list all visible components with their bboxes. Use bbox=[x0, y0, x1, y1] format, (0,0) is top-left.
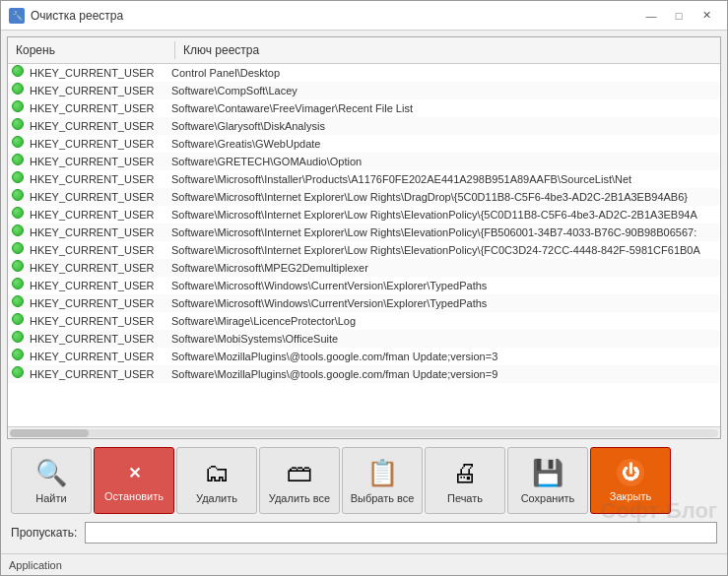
row-root-value: HKEY_CURRENT_USER bbox=[30, 120, 167, 132]
table-row[interactable]: HKEY_CURRENT_USERControl Panel\Desktop bbox=[8, 64, 720, 82]
row-status-icon bbox=[12, 100, 28, 116]
row-key-value: Software\MozillaPlugins\@tools.google.co… bbox=[167, 368, 720, 380]
row-key-value: Software\MozillaPlugins\@tools.google.co… bbox=[167, 351, 720, 362]
table-row[interactable]: HKEY_CURRENT_USERSoftware\Microsoft\Inst… bbox=[8, 170, 720, 188]
table-row[interactable]: HKEY_CURRENT_USERSoftware\CompSoft\Lacey bbox=[8, 82, 720, 99]
row-status-icon bbox=[12, 207, 28, 223]
table-scroll-area[interactable]: HKEY_CURRENT_USERControl Panel\DesktopHK… bbox=[8, 64, 720, 426]
table-row[interactable]: HKEY_CURRENT_USERSoftware\Microsoft\Inte… bbox=[8, 188, 720, 206]
delete-icon: 🗂 bbox=[204, 458, 230, 488]
title-bar: 🔧 Очистка реестра — □ ✕ bbox=[1, 1, 727, 31]
row-root-value: HKEY_CURRENT_USER bbox=[30, 333, 167, 345]
content-area: Корень Ключ реестра HKEY_CURRENT_USERCon… bbox=[1, 31, 727, 553]
row-root-value: HKEY_CURRENT_USER bbox=[30, 315, 167, 327]
find-label: Найти bbox=[35, 492, 66, 504]
row-key-value: Software\Microsoft\Internet Explorer\Low… bbox=[167, 226, 720, 238]
search-icon: 🔍 bbox=[35, 458, 67, 488]
row-root-value: HKEY_CURRENT_USER bbox=[30, 67, 167, 79]
close-label: Закрыть bbox=[610, 490, 651, 502]
col-header-root: Корень bbox=[8, 41, 175, 59]
delete-label: Удалить bbox=[196, 492, 237, 504]
row-root-value: HKEY_CURRENT_USER bbox=[30, 138, 167, 150]
row-key-value: Software\Microsoft\MPEG2Demultiplexer bbox=[167, 262, 720, 274]
delete_all-button[interactable]: 🗃Удалить все bbox=[259, 447, 340, 514]
row-key-value: Software\Greatis\GWebUpdate bbox=[167, 138, 720, 150]
row-status-icon bbox=[12, 242, 28, 258]
delete_all-label: Удалить все bbox=[269, 492, 330, 504]
minimize-button[interactable]: — bbox=[638, 6, 664, 26]
row-status-icon bbox=[12, 154, 28, 169]
stop-icon: ✕ bbox=[120, 459, 148, 486]
app-icon: 🔧 bbox=[9, 8, 25, 24]
table-row[interactable]: HKEY_CURRENT_USERSoftware\Microsoft\Wind… bbox=[8, 277, 720, 294]
row-root-value: HKEY_CURRENT_USER bbox=[30, 191, 167, 203]
table-row[interactable]: HKEY_CURRENT_USERSoftware\MozillaPlugins… bbox=[8, 348, 720, 365]
table-row[interactable]: HKEY_CURRENT_USERSoftware\Glarysoft\Disk… bbox=[8, 117, 720, 135]
table-row[interactable]: HKEY_CURRENT_USERSoftware\Microsoft\Inte… bbox=[8, 241, 720, 259]
row-key-value: Software\Contaware\FreeVimager\Recent Fi… bbox=[167, 102, 720, 114]
delete-button[interactable]: 🗂Удалить bbox=[176, 447, 257, 514]
horizontal-scrollbar[interactable] bbox=[8, 426, 720, 438]
table-row[interactable]: HKEY_CURRENT_USERSoftware\MobiSystems\Of… bbox=[8, 330, 720, 348]
table-row[interactable]: HKEY_CURRENT_USERSoftware\Microsoft\Inte… bbox=[8, 206, 720, 224]
row-key-value: Software\CompSoft\Lacey bbox=[167, 85, 720, 96]
stop-label: Остановить bbox=[104, 490, 164, 502]
save-icon: 💾 bbox=[532, 458, 563, 488]
skip-label: Пропускать: bbox=[11, 526, 77, 540]
save-label: Сохранить bbox=[521, 492, 575, 504]
row-status-icon bbox=[12, 349, 28, 364]
close-button[interactable]: ⏻Закрыть bbox=[590, 447, 671, 514]
select_all-button[interactable]: 📋Выбрать все bbox=[342, 447, 423, 514]
delete-all-icon: 🗃 bbox=[287, 458, 312, 488]
find-button[interactable]: 🔍Найти bbox=[11, 447, 92, 514]
row-status-icon bbox=[12, 224, 28, 240]
table-row[interactable]: HKEY_CURRENT_USERSoftware\Microsoft\Inte… bbox=[8, 224, 720, 241]
row-root-value: HKEY_CURRENT_USER bbox=[30, 156, 167, 167]
row-status-icon bbox=[12, 260, 28, 276]
row-status-icon bbox=[12, 65, 28, 81]
row-status-icon bbox=[12, 278, 28, 293]
scrollbar-track bbox=[10, 429, 718, 437]
row-key-value: Software\Microsoft\Internet Explorer\Low… bbox=[167, 191, 720, 203]
close-button[interactable]: ✕ bbox=[694, 6, 719, 26]
row-status-icon bbox=[12, 313, 28, 329]
row-root-value: HKEY_CURRENT_USER bbox=[30, 85, 167, 96]
row-key-value: Software\Microsoft\Internet Explorer\Low… bbox=[167, 209, 720, 221]
table-row[interactable]: HKEY_CURRENT_USERSoftware\Contaware\Free… bbox=[8, 99, 720, 117]
row-key-value: Software\MobiSystems\OfficeSuite bbox=[167, 333, 720, 345]
row-root-value: HKEY_CURRENT_USER bbox=[30, 368, 167, 380]
row-root-value: HKEY_CURRENT_USER bbox=[30, 102, 167, 114]
table-row[interactable]: HKEY_CURRENT_USERSoftware\MozillaPlugins… bbox=[8, 365, 720, 383]
maximize-button[interactable]: □ bbox=[666, 6, 692, 26]
row-key-value: Software\Microsoft\Internet Explorer\Low… bbox=[167, 244, 720, 256]
row-root-value: HKEY_CURRENT_USER bbox=[30, 173, 167, 185]
row-root-value: HKEY_CURRENT_USER bbox=[30, 262, 167, 274]
print-icon: 🖨 bbox=[452, 458, 478, 488]
skip-input[interactable] bbox=[85, 522, 717, 544]
row-status-icon bbox=[12, 171, 28, 187]
row-status-icon bbox=[12, 189, 28, 205]
close-icon: ⏻ bbox=[617, 459, 644, 486]
table-row[interactable]: HKEY_CURRENT_USERSoftware\Microsoft\Wind… bbox=[8, 294, 720, 312]
main-window: 🔧 Очистка реестра — □ ✕ Корень Ключ реес… bbox=[0, 0, 728, 576]
row-status-icon bbox=[12, 118, 28, 134]
toolbar: 🔍Найти✕Остановить🗂Удалить🗃Удалить все📋Вы… bbox=[7, 439, 721, 518]
table-row[interactable]: HKEY_CURRENT_USERSoftware\GRETECH\GOMAud… bbox=[8, 153, 720, 170]
print-label: Печать bbox=[447, 492, 483, 504]
print-button[interactable]: 🖨Печать bbox=[425, 447, 505, 514]
table-row[interactable]: HKEY_CURRENT_USERSoftware\Mirage\Licence… bbox=[8, 312, 720, 330]
table-row[interactable]: HKEY_CURRENT_USERSoftware\Microsoft\MPEG… bbox=[8, 259, 720, 277]
skip-row: Пропускать: bbox=[7, 518, 721, 547]
row-status-icon bbox=[12, 366, 28, 382]
window-controls: — □ ✕ bbox=[638, 6, 719, 26]
save-button[interactable]: 💾Сохранить bbox=[507, 447, 588, 514]
table-row[interactable]: HKEY_CURRENT_USERSoftware\Greatis\GWebUp… bbox=[8, 135, 720, 153]
select-all-icon: 📋 bbox=[366, 458, 398, 488]
row-key-value: Software\Glarysoft\DiskAnalysis bbox=[167, 120, 720, 132]
stop-button[interactable]: ✕Остановить bbox=[94, 447, 174, 514]
col-header-key: Ключ реестра bbox=[175, 41, 720, 59]
row-key-value: Software\Microsoft\Installer\Products\A1… bbox=[167, 173, 720, 185]
row-key-value: Software\Mirage\LicenceProtector\Log bbox=[167, 315, 720, 327]
row-root-value: HKEY_CURRENT_USER bbox=[30, 209, 167, 221]
row-key-value: Software\GRETECH\GOMAudio\Option bbox=[167, 156, 720, 167]
